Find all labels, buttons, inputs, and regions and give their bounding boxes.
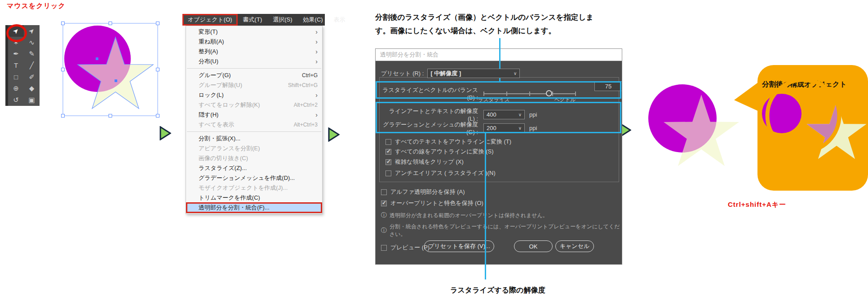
ppi-unit: ppi (529, 125, 537, 131)
menu-item-rasterize[interactable]: ラスタライズ(Z)... (186, 163, 322, 173)
gradient-resolution-select[interactable]: 200 ∨ (483, 123, 525, 133)
menu-type[interactable]: 書式(T) (238, 14, 268, 26)
gradient-label: グラデーションとメッシュの解像度 (G) : (381, 121, 478, 135)
line-tool-icon[interactable]: ╱ (24, 60, 40, 71)
menu-item-transform[interactable]: 変形(T)› (186, 27, 322, 37)
checkbox-checked (381, 201, 387, 206)
slider-left-label: ラスタライズ (478, 96, 510, 103)
menu-separator (187, 68, 321, 69)
lasso-tool-icon[interactable]: ∿ (24, 37, 40, 48)
menu-item-unlock-all: すべてをロック解除(K)Alt+Ctrl+2 (186, 100, 322, 110)
shortcut-note: Ctrl+shift+Aキー (728, 201, 786, 209)
checkbox-row[interactable]: すべてのテキストをアウトラインに変換 (T) (385, 138, 511, 146)
artwork-selected (54, 18, 180, 121)
chevron-down-icon: ∨ (518, 126, 522, 131)
menu-object[interactable]: オブジェクト(O) (182, 14, 238, 26)
menu-item-group[interactable]: グループ(G)Ctrl+G (186, 70, 322, 80)
checkbox-unchecked (381, 245, 387, 251)
submenu-arrow-icon: › (315, 28, 318, 35)
preset-select[interactable]: [ 中解像度 ] ∨ (427, 69, 520, 78)
chevron-down-icon: ∨ (514, 71, 517, 76)
checkbox-row[interactable]: オーバープリントと特色を保持 (O) (381, 199, 483, 207)
mouse-click-note: マウスをクリック (7, 2, 66, 10)
menu-item-arrange[interactable]: 重ね順(A)› (186, 37, 322, 47)
component-objects (757, 65, 868, 191)
object-menu-dropdown: 変形(T)› 重ね順(A)› 整列(A)› 分布(U)› グループ(G)Ctrl… (186, 26, 323, 214)
slider-right-label: ベクトル (554, 96, 576, 103)
save-preset-button[interactable]: プリセットを保存 (V)... (424, 240, 494, 252)
lineart-resolution-select[interactable]: 400 ∨ (483, 110, 525, 119)
submenu-arrow-icon: › (315, 48, 318, 55)
checkbox-row[interactable]: 複雑な領域をクリップ (X) (385, 158, 464, 166)
menu-item-distribute[interactable]: 分布(U)› (186, 57, 322, 66)
submenu-arrow-icon: › (315, 92, 318, 99)
red-circle-highlight (6, 24, 27, 42)
eraser-tool-icon[interactable]: ◆ (24, 83, 40, 95)
balance-value-field[interactable]: 75 (594, 81, 622, 91)
resolution-annotation: ラスタライズする際の解像度 (450, 284, 545, 297)
menu-separator (187, 131, 321, 132)
info-icon: ⓘ (381, 227, 387, 235)
preset-label: プリセット (R) : (381, 70, 424, 78)
dialog-title: 透明部分を分割・統合 (380, 51, 438, 59)
menu-item-show-all: すべてを表示Alt+Ctrl+3 (186, 120, 322, 130)
type-tool-icon[interactable]: T (8, 60, 24, 71)
menu-item-lock[interactable]: ロック(L)› (186, 90, 322, 100)
paintbrush-tool-icon[interactable]: ✐ (24, 71, 40, 83)
checkbox-row[interactable]: すべての線をアウトラインに変換 (S) (385, 148, 494, 156)
chevron-down-icon: ∨ (518, 112, 522, 117)
checkbox-row[interactable]: アルファ透明部分を保持 (A) (381, 188, 465, 196)
menu-view[interactable]: 表示 (328, 14, 351, 26)
menu-item-mosaic: モザイクオブジェクトを作成(J)... (186, 183, 322, 193)
menu-select[interactable]: 選択(S) (267, 14, 297, 26)
menu-item-expand-appearance: アピアランスを分割(E) (186, 144, 322, 153)
menu-item-align[interactable]: 整列(A)› (186, 47, 322, 57)
info-icon: ⓘ (381, 211, 387, 219)
checkbox-checked (385, 159, 391, 165)
submenu-arrow-icon: › (315, 58, 318, 65)
curvature-tool-icon[interactable]: ✎ (24, 48, 40, 60)
pen-tool-icon[interactable]: ✒ (8, 48, 24, 60)
menu-item-hide[interactable]: 隠す(H)› (186, 110, 322, 120)
artwork-flattened (642, 81, 746, 170)
submenu-arrow-icon: › (315, 111, 318, 118)
shape-builder-tool-icon[interactable]: ⊕ (8, 83, 24, 95)
balance-slider[interactable] (483, 93, 575, 94)
submenu-arrow-icon: › (315, 38, 318, 45)
lineart-label: ラインアートとテキストの解像度 (L) : (381, 107, 478, 122)
menu-item-gradient-mesh[interactable]: グラデーションメッシュを作成(D)... (186, 173, 322, 183)
menu-bar: オブジェクト(O) 書式(T) 選択(S) 効果(C) 表示 (182, 14, 325, 26)
dialog-title-bar[interactable]: 透明部分を分割・統合 (376, 49, 622, 61)
menu-item-crop-image: 画像の切り抜き(C) (186, 153, 322, 163)
artboard-tool-icon[interactable]: ▣ (24, 94, 40, 106)
cancel-button[interactable]: キャンセル (555, 240, 594, 252)
tutorial-canvas: マウスをクリック ➤ ➤ ✶ ∿ ✒ ✎ T ╱ □ ✐ ⊕ ◆ ↺ ▣ (0, 0, 868, 301)
menu-item-ungroup: グループ解除(U)Shift+Ctrl+G (186, 80, 322, 90)
balance-label: ラスタライズとベクトルのバランス (B) : (381, 86, 478, 101)
menu-item-flatten-transparency[interactable]: 透明部分を分割・統合(F)... (186, 203, 322, 213)
menu-item-trim-marks[interactable]: トリムマークを作成(C) (186, 193, 322, 203)
ok-button[interactable]: OK (514, 240, 553, 252)
gradient-resolution-row: グラデーションとメッシュの解像度 (G) : 200 ∨ ppi (381, 121, 619, 135)
menu-item-expand[interactable]: 分割・拡張(X)... (186, 134, 322, 144)
flow-arrow-icon (328, 127, 340, 142)
checkbox-unchecked (385, 139, 391, 145)
rectangle-tool-icon[interactable]: □ (8, 71, 24, 83)
checkbox-unchecked (385, 170, 391, 176)
ppi-unit: ppi (529, 111, 537, 118)
lineart-resolution-row: ラインアートとテキストの解像度 (L) : 400 ∨ ppi (381, 107, 619, 122)
menu-effect[interactable]: 効果(C) (298, 14, 328, 26)
preset-row: プリセット (R) : [ 中解像度 ] ∨ (381, 69, 520, 78)
balance-annotation: 分割後のラスタライズ（画像）とベクトルのバランスを指定します。画像にしたくない場… (375, 11, 607, 37)
flatten-transparency-dialog: 透明部分を分割・統合 プリセット (R) : [ 中解像度 ] ∨ ラスタライズ… (375, 48, 622, 265)
rotate-tool-icon[interactable]: ↺ (8, 94, 24, 106)
preview-checkbox-row[interactable]: プレビュー (P) (381, 244, 430, 252)
checkbox-checked (385, 149, 391, 155)
info-note: ⓘ 分割・統合される特色をプレビューするには、オーバープリントプレビューをオンに… (381, 223, 622, 238)
checkbox-row[interactable]: アンチエイリアス ( ラスタライズ )(N) (385, 169, 496, 177)
slider-knob[interactable] (546, 90, 552, 96)
info-note: ⓘ 透明部分が含まれる範囲のオーバープリントは保持されません。 (381, 211, 548, 219)
checkbox-unchecked (381, 189, 387, 195)
flow-arrow-icon (159, 126, 171, 140)
